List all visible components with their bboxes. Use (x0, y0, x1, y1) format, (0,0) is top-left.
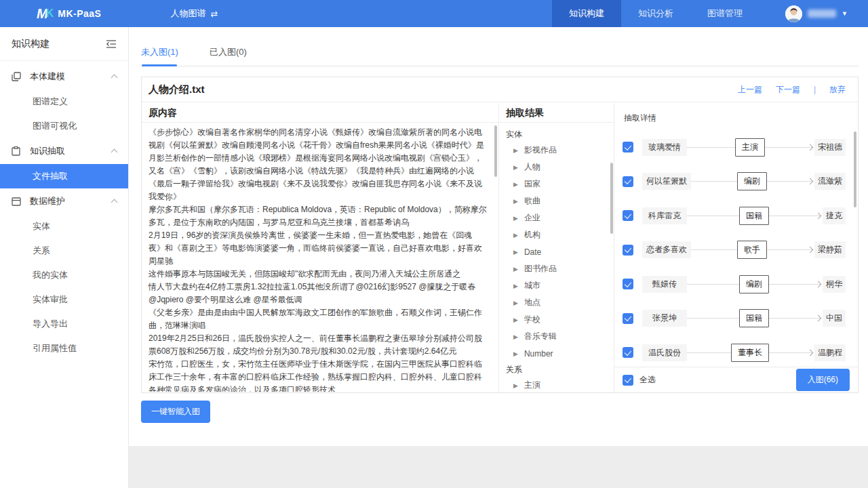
sidebar-item-entity[interactable]: 实体 (0, 214, 128, 239)
caret-right-icon[interactable]: ▶ (513, 232, 518, 239)
document-title: 人物介绍.txt (149, 83, 205, 96)
avatar[interactable] (785, 5, 802, 22)
edge-line (687, 147, 735, 148)
caret-right-icon[interactable]: ▶ (513, 215, 518, 222)
caret-right-icon[interactable]: ▶ (513, 266, 518, 272)
sidebar-item-relation[interactable]: 关系 (0, 239, 128, 263)
edge-arrow (769, 352, 813, 353)
caret-right-icon[interactable]: ▶ (513, 317, 518, 323)
tree-item-label: Number (524, 349, 553, 359)
extract-result-tree: 实体 ▶影视作品 ▶人物 ▶国家 ▶歌曲 ▶企业 ▶机构 ▶Date ▶图书作品… (499, 123, 611, 392)
row-checkbox[interactable] (623, 210, 633, 221)
tree-item-entity-type[interactable]: ▶学校 (506, 311, 611, 328)
row-checkbox[interactable] (623, 176, 633, 187)
tree-item-label: 地点 (524, 297, 540, 308)
row-checkbox[interactable] (623, 142, 633, 152)
tree-item-label: 人物 (524, 161, 540, 173)
user-menu[interactable]: ▼ (785, 5, 848, 22)
caret-right-icon[interactable]: ▶ (513, 198, 518, 205)
row-checkbox[interactable] (623, 313, 633, 324)
caret-right-icon[interactable]: ▶ (513, 181, 518, 188)
tree-item-entity-type[interactable]: ▶机构 (506, 226, 611, 243)
next-doc-link[interactable]: 下一篇 (776, 84, 800, 96)
tree-item-entity-type[interactable]: ▶图书作品 (506, 260, 611, 277)
row-checkbox[interactable] (623, 347, 633, 358)
source-entity: 甄嬛传 (642, 276, 687, 293)
caret-right-icon[interactable]: ▶ (513, 350, 518, 357)
tree-root-entity: 实体 (506, 127, 611, 142)
tree-item-relation-type[interactable]: ▶主演 (506, 377, 611, 392)
tab-not-in-graph[interactable]: 未入图(1) (141, 39, 178, 66)
tree-item-entity-type[interactable]: ▶影视作品 (506, 142, 611, 159)
page-footer-strip (129, 446, 868, 488)
tree-item-entity-type[interactable]: ▶企业 (506, 209, 611, 226)
nav-tab-graph-manage[interactable]: 图谱管理 (690, 0, 760, 27)
smart-enter-graph-button[interactable]: 一键智能入图 (141, 401, 210, 423)
sidebar-group-extraction[interactable]: 知识抽取 (0, 138, 128, 164)
edge-arrow (769, 284, 821, 285)
sidebar-item-file-extraction[interactable]: 文件抽取 (0, 164, 128, 188)
caret-right-icon[interactable]: ▶ (513, 283, 518, 289)
tree-item-entity-type[interactable]: ▶歌曲 (506, 192, 611, 209)
sidebar-group-ontology[interactable]: 本体建模 (0, 64, 128, 89)
nav-tab-knowledge-build[interactable]: 知识构建 (552, 0, 621, 27)
tree-item-entity-type[interactable]: ▶人物 (506, 159, 611, 176)
abandon-link[interactable]: 放弃 (829, 84, 846, 96)
sidebar-item-my-entity[interactable]: 我的实体 (0, 263, 128, 287)
sidebar-item-ref-attr-value[interactable]: 引用属性值 (0, 336, 128, 361)
app-logo[interactable]: M K MK-PaaS (37, 6, 101, 22)
sidebar-group-label: 本体建模 (30, 70, 65, 83)
caret-right-icon[interactable]: ▶ (513, 333, 518, 340)
paragraph: 摩尔多瓦共和国（摩尔多瓦语：Republica Moldova，英语：Repub… (149, 203, 487, 229)
triple-row: 甄嬛传 编剧 桐华 (614, 267, 852, 302)
enter-graph-button[interactable]: 入图(66) (796, 369, 850, 391)
tree-scrollbar[interactable] (610, 163, 613, 234)
sidebar-group-label: 数据维护 (30, 195, 65, 207)
relation-label: 主演 (735, 138, 765, 157)
edge-line (687, 352, 731, 353)
extract-detail-header: 抽取详情 (614, 103, 858, 124)
tree-item-entity-type[interactable]: ▶国家 (506, 176, 611, 192)
paragraph: 《步步惊心》改编自著名作家桐华的同名清穿小说《甄嬛传》改编自流潋紫所著的同名小说… (149, 126, 487, 203)
detail-scrollbar[interactable] (854, 131, 856, 207)
document-card: 人物介绍.txt 上一篇 下一篇 | 放弃 原内容 《步步惊心》改编自著名作家桐… (141, 77, 859, 393)
tree-item-entity-type[interactable]: ▶城市 (506, 277, 611, 294)
relation-label: 国籍 (739, 309, 769, 327)
row-checkbox[interactable] (623, 279, 633, 289)
switch-graph-icon[interactable]: ⇄ (210, 9, 218, 19)
tab-in-graph[interactable]: 已入图(0) (210, 39, 247, 66)
sidebar-item-graph-visualize[interactable]: 图谱可视化 (0, 114, 128, 138)
select-all-checkbox[interactable] (623, 375, 633, 386)
nav-tab-knowledge-analysis[interactable]: 知识分析 (621, 0, 690, 27)
target-entity: 桐华 (823, 276, 846, 293)
edge-line (687, 284, 739, 285)
tree-item-entity-type[interactable]: ▶地点 (506, 294, 611, 311)
tree-item-entity-type[interactable]: ▶Date (506, 243, 611, 260)
sidebar-group-data-maintain[interactable]: 数据维护 (0, 188, 128, 214)
paragraph: 《父老乡亲》是由是由由中国人民解放军海政文工团创作的军旅歌曲，石顺义作词，王锡仁… (149, 306, 487, 332)
edge-line (691, 249, 737, 250)
caret-right-icon[interactable]: ▶ (513, 249, 518, 256)
tree-item-label: 城市 (524, 280, 540, 291)
sidebar-menu: 本体建模 图谱定义 图谱可视化 知识抽取 文件抽取 数据维护 (0, 61, 128, 361)
tree-item-label: 国家 (524, 178, 540, 190)
content-scrollbar[interactable] (494, 125, 497, 177)
target-entity: 温鹏程 (814, 344, 846, 361)
paragraph: 宋竹范，口腔医生，女，宋竹范主任医师毕业于佳木斯医学院，在国内三甲医院从事口腔科… (149, 358, 487, 392)
caret-right-icon[interactable]: ▶ (513, 300, 518, 306)
caret-right-icon[interactable]: ▶ (513, 164, 518, 171)
sidebar-item-import-export[interactable]: 导入导出 (0, 312, 128, 336)
relation-label: 编剧 (739, 275, 769, 293)
graph-switcher[interactable]: 人物图谱 ⇄ (170, 7, 218, 20)
target-entity: 梁静茹 (814, 241, 846, 258)
tree-item-entity-type[interactable]: ▶Number (506, 345, 611, 362)
sidebar-item-entity-approval[interactable]: 实体审批 (0, 287, 128, 312)
caret-right-icon[interactable]: ▶ (513, 382, 518, 389)
sidebar-item-graph-define[interactable]: 图谱定义 (0, 89, 128, 114)
prev-doc-link[interactable]: 上一篇 (738, 84, 762, 96)
row-checkbox[interactable] (623, 245, 633, 256)
tree-item-entity-type[interactable]: ▶音乐专辑 (506, 328, 611, 345)
collapse-sidebar-icon[interactable] (106, 39, 117, 49)
caret-right-icon[interactable]: ▶ (513, 147, 518, 154)
extract-result-panel: 抽取结果 实体 ▶影视作品 ▶人物 ▶国家 ▶歌曲 ▶企业 ▶机构 ▶Date … (499, 103, 614, 392)
